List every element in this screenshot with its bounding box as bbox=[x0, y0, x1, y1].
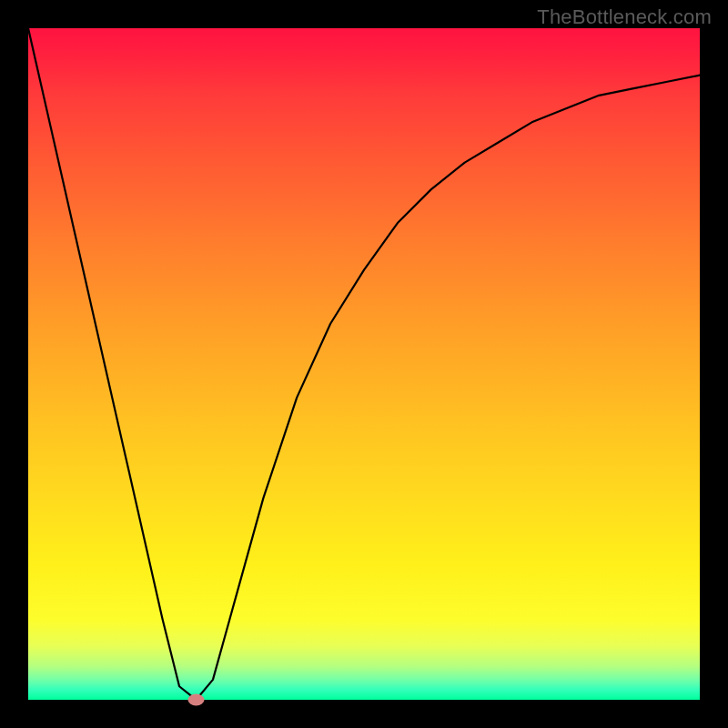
optimum-marker bbox=[188, 694, 205, 706]
chart-frame: TheBottleneck.com bbox=[0, 0, 728, 728]
bottleneck-curve bbox=[28, 28, 700, 700]
watermark-text: TheBottleneck.com bbox=[537, 5, 712, 29]
chart-overlay bbox=[28, 28, 700, 700]
